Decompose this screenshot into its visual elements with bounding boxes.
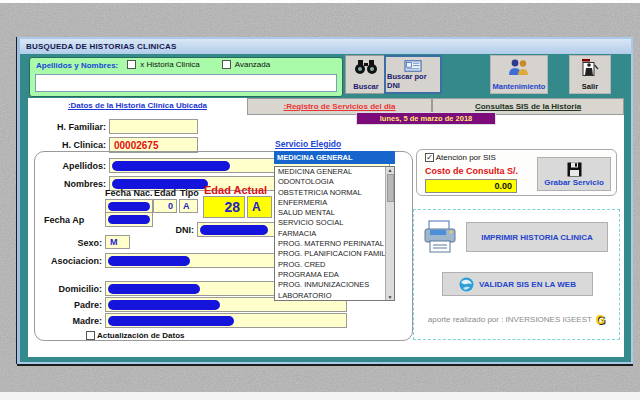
sexo-label: Sexo: [36,238,102,248]
list-item[interactable]: ODONTOLOGIA [275,177,394,187]
nombres-label: Nombres: [36,179,106,189]
edad-actual-label: Edad Actual [204,184,274,196]
checkbox-historia-clinica-box[interactable] [127,60,136,69]
service-listbox[interactable]: MEDICINA GENERAL ODONTOLOGIA OBSTETRICIA… [274,166,395,301]
list-item[interactable]: PROG. CRED [275,260,394,270]
list-item[interactable]: PROG. MATERNO PERINATAL [275,239,394,249]
redacted-value [108,256,190,266]
list-item[interactable]: PROG. INMUNIZACIONES [275,280,394,290]
fecha-nac-label: Fecha Nac. [105,188,157,198]
list-item[interactable]: FARMACIA [275,229,394,239]
print-row: IMPRIMIR HISTORIA CLINICA [422,217,613,257]
list-item[interactable]: PROG. PLANIFICACION FAMILIAR [275,249,394,259]
redacted-value [108,300,220,310]
costo-consulta-label: Costo de Consulta S/. [425,166,518,176]
printer-icon [422,219,458,255]
bottom-white-strip [0,392,640,400]
service-list-scrollbar[interactable]: ▲ ▼ [385,167,394,300]
redacted-value [200,225,268,235]
redacted-value [108,284,200,294]
h-familiar-field[interactable] [109,119,198,134]
dni-field[interactable] [197,222,277,237]
id-card-icon [402,60,424,72]
redacted-value [108,316,234,326]
atencion-sis-group: ✓ Atención por SIS Costo de Consulta S/.… [416,149,617,196]
actualizacion-checkbox[interactable]: Actualización de Datos [86,331,185,340]
igeest-logo: G [596,313,605,327]
edad-label: Edad [154,188,178,198]
redacted-value [112,161,230,171]
madre-label: Madre: [32,316,102,326]
list-item[interactable]: MEDICINA GENERAL [275,167,394,177]
redacted-value [108,202,150,211]
list-item[interactable]: LABORATORIO [275,291,394,301]
h-familiar-label: H. Familiar: [36,122,106,132]
apellidos-label: Apellidos: [36,161,106,171]
grabar-servicio-button[interactable]: Grabar Servicio [537,157,611,191]
search-label: Apellidos y Nombres: [36,61,118,70]
list-item[interactable]: PROGRAMA EDA [275,270,394,280]
tab-datos-historia[interactable]: :Datos de la Historia Clinica Ubicada [28,98,247,115]
redacted-value [108,215,150,224]
atencion-sis-checkbox-box[interactable]: ✓ [425,153,434,162]
floppy-disk-icon [567,162,582,177]
edad-field[interactable]: 0 [153,199,177,213]
fecha-nac-field[interactable] [105,199,153,213]
list-item[interactable]: SERVICIO SOCIAL [275,218,394,228]
app-window: BUSQUEDA DE HISTORIAS CLINICAS Apellidos… [17,37,633,364]
asociacion-label: Asociacion: [32,256,102,266]
credit-text: aporte realizado por : INVERSIONES IGEES… [414,313,619,327]
fecha-ap-field[interactable] [105,212,153,227]
tab-strip: :Datos de la Historia Clinica Ubicada :R… [28,98,624,115]
list-item[interactable]: OBSTETRICIA NORMAL [275,188,394,198]
checkbox-avanzada[interactable]: Avanzada [222,60,270,69]
scroll-down-icon[interactable]: ▼ [386,294,394,300]
checkbox-historia-clinica[interactable]: x Historia Clinica [127,60,200,69]
buscar-por-dni-button[interactable]: Buscar por DNI [384,55,442,94]
dni-label: DNI: [158,225,194,235]
search-input[interactable] [35,74,337,92]
salir-button[interactable]: Salir [569,55,611,94]
selected-service[interactable]: MEDICINA GENERAL [274,151,395,164]
scroll-up-icon[interactable]: ▲ [386,167,394,173]
list-item[interactable]: ENFERMERIA [275,198,394,208]
actualizacion-checkbox-box[interactable] [86,331,95,340]
madre-field[interactable] [105,313,347,328]
padre-label: Padre: [32,300,102,310]
list-item[interactable]: SALUD MENTAL [275,208,394,218]
mantenimiento-button[interactable]: Mantenimiento [490,55,548,94]
h-clinica-label: H. Clinica: [36,140,106,150]
globe-icon [459,277,474,292]
costo-consulta-field[interactable]: 0.00 [425,179,517,193]
sexo-field[interactable]: M [105,235,130,249]
scroll-thumb[interactable] [387,174,394,202]
fecha-ap-label: Fecha Ap [36,215,102,225]
main-content: :Datos de la Historia Clinica Ubicada :R… [28,98,624,357]
top-white-strip [0,0,640,3]
search-panel: Apellidos y Nombres: x Historia Clinica … [29,57,343,97]
exit-icon [581,59,599,76]
validar-sis-button[interactable]: VALIDAR SIS EN LA WEB [442,272,593,296]
checkbox-avanzada-box[interactable] [222,60,231,69]
current-date: lunes, 5 de marzo de 2018 [356,112,496,125]
tipo-field[interactable]: A [179,199,198,213]
binoculars-icon [354,59,378,75]
actions-panel: IMPRIMIR HISTORIA CLINICA VALIDAR SIS EN… [413,209,620,340]
edad-actual-tipo-field: A [247,196,272,218]
window-titlebar[interactable]: BUSQUEDA DE HISTORIAS CLINICAS [20,39,631,54]
domicilio-label: Domicilio: [32,284,102,294]
edad-actual-field: 28 [203,196,245,218]
tipo-label: Tipo [180,188,204,198]
imprimir-historia-button[interactable]: IMPRIMIR HISTORIA CLINICA [466,222,608,252]
servicio-elegido-label: Servicio Elegido [275,139,341,149]
buscar-button[interactable]: Buscar [345,55,387,94]
users-icon [507,59,531,76]
atencion-sis-checkbox[interactable]: ✓ Atención por SIS [425,153,496,162]
